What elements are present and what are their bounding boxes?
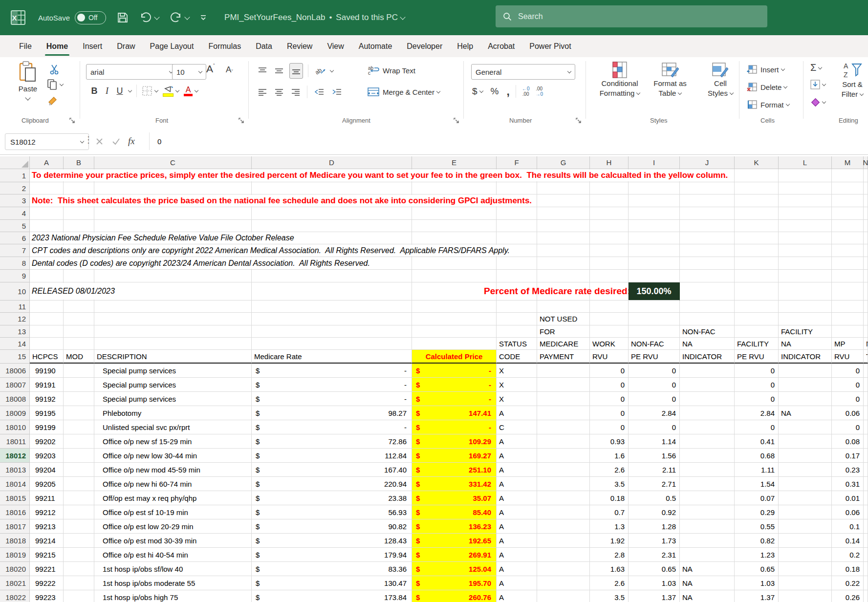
clear-button[interactable] bbox=[810, 97, 825, 107]
cell[interactable] bbox=[537, 534, 590, 548]
cell[interactable]: $23.38 bbox=[252, 491, 412, 505]
cell[interactable]: FACILITY bbox=[735, 338, 779, 350]
cell[interactable] bbox=[64, 378, 94, 392]
cell[interactable] bbox=[680, 548, 735, 562]
cell[interactable] bbox=[64, 534, 94, 548]
cell[interactable] bbox=[30, 207, 64, 220]
cell[interactable] bbox=[537, 378, 590, 392]
cell[interactable]: $173.84 bbox=[252, 590, 412, 602]
cell[interactable] bbox=[537, 364, 590, 378]
cell-text[interactable]: RELEASED 08/01/2023 bbox=[30, 283, 115, 300]
table-header-M[interactable]: RVU bbox=[832, 350, 864, 364]
cell[interactable]: $- bbox=[252, 420, 412, 434]
cell[interactable] bbox=[537, 220, 590, 232]
cell[interactable] bbox=[412, 232, 497, 244]
cell[interactable]: 99215 bbox=[30, 548, 64, 562]
cell[interactable]: A bbox=[497, 406, 537, 420]
cell[interactable]: $169.27 bbox=[412, 449, 497, 463]
top-align-button[interactable] bbox=[256, 64, 269, 78]
cell[interactable]: Office o/p est hi 40-54 min bbox=[94, 548, 252, 562]
bottom-align-button[interactable] bbox=[289, 63, 303, 79]
clipboard-dialog-launcher[interactable] bbox=[69, 118, 75, 123]
cell[interactable]: 0.22 bbox=[832, 576, 864, 590]
column-header-G[interactable]: G bbox=[537, 156, 590, 169]
cell[interactable] bbox=[64, 590, 94, 602]
cell[interactable]: 2.6 bbox=[590, 463, 629, 477]
cell[interactable] bbox=[412, 207, 497, 220]
column-header-N[interactable]: N bbox=[864, 156, 868, 169]
cell[interactable]: FOR bbox=[537, 325, 590, 338]
cell[interactable] bbox=[94, 270, 252, 282]
row-header-15[interactable]: 15 bbox=[0, 350, 30, 364]
cell[interactable]: $130.47 bbox=[252, 576, 412, 590]
cell[interactable]: Special pump services bbox=[94, 392, 252, 406]
cell[interactable] bbox=[680, 282, 735, 301]
cell[interactable] bbox=[94, 220, 252, 232]
cell[interactable]: Office o/p est mod 30-39 min bbox=[94, 534, 252, 548]
cell[interactable] bbox=[30, 301, 64, 313]
cell[interactable] bbox=[779, 534, 832, 548]
cell[interactable] bbox=[64, 301, 94, 313]
cell[interactable] bbox=[497, 182, 537, 194]
underline-button[interactable]: U bbox=[113, 86, 126, 96]
cell[interactable] bbox=[537, 194, 590, 207]
cell[interactable] bbox=[497, 220, 537, 232]
cell[interactable]: 0 bbox=[590, 420, 629, 434]
cell[interactable]: 0.31 bbox=[832, 477, 864, 491]
cell[interactable] bbox=[735, 220, 779, 232]
cell[interactable] bbox=[537, 182, 590, 194]
row-header-18011[interactable]: 18011 bbox=[0, 434, 30, 449]
cell[interactable] bbox=[864, 244, 868, 257]
cell[interactable] bbox=[864, 392, 868, 406]
cell[interactable] bbox=[537, 232, 590, 244]
cell[interactable] bbox=[537, 477, 590, 491]
quick-access-toolbar-chevron[interactable] bbox=[200, 14, 207, 21]
cell[interactable]: 1.03 bbox=[629, 576, 680, 590]
row-header-8[interactable]: 8 bbox=[0, 257, 30, 270]
cell[interactable] bbox=[64, 576, 94, 590]
cell[interactable] bbox=[412, 325, 497, 338]
cell[interactable]: N bbox=[864, 338, 868, 350]
cell[interactable] bbox=[864, 207, 868, 220]
row-header-18018[interactable]: 18018 bbox=[0, 534, 30, 548]
undo-dropdown-chevron[interactable] bbox=[154, 14, 159, 20]
cell[interactable] bbox=[64, 325, 94, 338]
cell[interactable]: MP bbox=[832, 338, 864, 350]
cell[interactable] bbox=[590, 182, 629, 194]
cell[interactable] bbox=[864, 270, 868, 282]
cell[interactable] bbox=[64, 449, 94, 463]
tab-view[interactable]: View bbox=[320, 35, 351, 57]
cell[interactable]: 0.92 bbox=[629, 505, 680, 519]
cell[interactable] bbox=[864, 169, 868, 182]
cell[interactable]: 0 bbox=[832, 392, 864, 406]
cell[interactable] bbox=[497, 301, 537, 313]
cell[interactable]: 99203 bbox=[30, 449, 64, 463]
cell[interactable] bbox=[680, 270, 735, 282]
cell[interactable] bbox=[537, 420, 590, 434]
cell[interactable] bbox=[537, 207, 590, 220]
cell[interactable]: 0 bbox=[832, 364, 864, 378]
cell[interactable]: 99204 bbox=[30, 463, 64, 477]
cell[interactable] bbox=[864, 378, 868, 392]
cancel-icon[interactable] bbox=[96, 138, 103, 145]
cell[interactable]: 99192 bbox=[30, 392, 64, 406]
table-header-N[interactable]: T bbox=[864, 350, 868, 364]
borders-chevron[interactable] bbox=[154, 88, 158, 92]
cell[interactable] bbox=[252, 325, 412, 338]
align-center-button[interactable] bbox=[273, 85, 285, 99]
cell[interactable] bbox=[537, 463, 590, 477]
cell[interactable]: X bbox=[497, 392, 537, 406]
table-header-G[interactable]: PAYMENT bbox=[537, 350, 590, 364]
document-title[interactable]: PMI_SetYourFees_NonLab • Saved to this P… bbox=[224, 13, 405, 22]
orientation-chevron[interactable] bbox=[330, 68, 334, 72]
cell[interactable] bbox=[629, 220, 680, 232]
cell[interactable] bbox=[64, 338, 94, 350]
cell[interactable] bbox=[64, 463, 94, 477]
cell[interactable]: 0.65 bbox=[735, 562, 779, 576]
cell[interactable] bbox=[537, 548, 590, 562]
cell-text[interactable]: Percent of Medicare rate desired: bbox=[252, 283, 633, 300]
table-header-B[interactable]: MOD bbox=[64, 350, 94, 364]
cell[interactable] bbox=[779, 477, 832, 491]
cell[interactable] bbox=[64, 491, 94, 505]
cell[interactable] bbox=[779, 282, 832, 301]
